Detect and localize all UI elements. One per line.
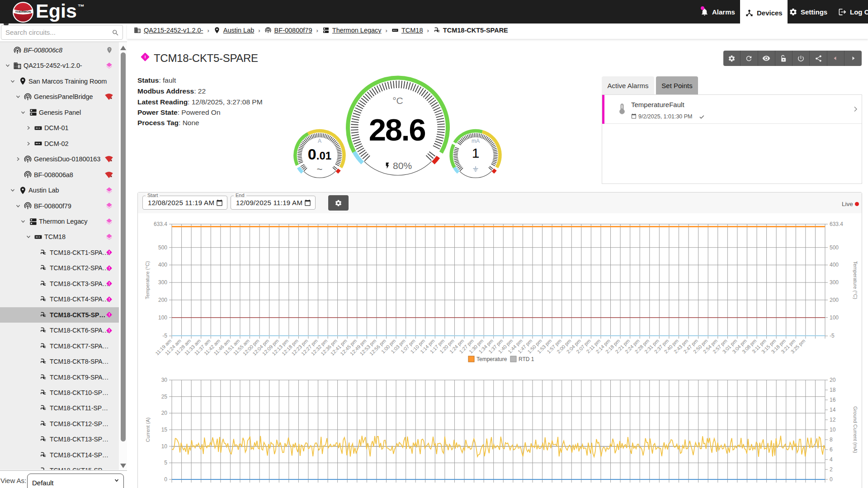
- svg-text:300: 300: [830, 279, 839, 286]
- svg-text:633.4: 633.4: [154, 221, 167, 227]
- svg-text:30: 30: [161, 377, 168, 383]
- svg-text:300: 300: [158, 279, 167, 286]
- svg-text:-5: -5: [162, 333, 167, 339]
- svg-text:633.4: 633.4: [830, 221, 843, 227]
- svg-text:2: 2: [830, 466, 833, 473]
- svg-text:25: 25: [161, 394, 168, 400]
- svg-text:8: 8: [830, 436, 833, 443]
- svg-text:Temperature (°C): Temperature (°C): [853, 261, 858, 299]
- svg-text:500: 500: [830, 244, 839, 251]
- svg-text:4: 4: [830, 456, 833, 463]
- svg-text:Temperature: Temperature: [476, 356, 507, 362]
- svg-text:Ground Current (mA): Ground Current (mA): [853, 406, 858, 453]
- svg-text:Current (A): Current (A): [145, 418, 151, 442]
- svg-text:400: 400: [830, 262, 839, 268]
- svg-text:0: 0: [830, 476, 833, 483]
- svg-text:12: 12: [830, 417, 836, 423]
- svg-text:10: 10: [161, 443, 168, 450]
- svg-text:20: 20: [161, 410, 168, 416]
- svg-text:15: 15: [161, 427, 168, 433]
- svg-text:500: 500: [158, 244, 167, 251]
- svg-text:100: 100: [830, 314, 839, 321]
- svg-text:-5: -5: [830, 333, 835, 339]
- svg-text:400: 400: [158, 262, 167, 268]
- svg-text:6: 6: [830, 446, 833, 453]
- svg-text:200: 200: [158, 297, 167, 303]
- svg-text:THERMON: THERMON: [15, 10, 32, 13]
- svg-text:10: 10: [830, 427, 836, 433]
- svg-text:?: ?: [108, 48, 110, 51]
- svg-text:18: 18: [830, 387, 836, 393]
- svg-text:5: 5: [164, 460, 167, 466]
- svg-text:100: 100: [158, 314, 167, 321]
- svg-text:16: 16: [830, 397, 836, 403]
- svg-text:14: 14: [830, 407, 836, 413]
- svg-text:RTD 1: RTD 1: [519, 356, 534, 362]
- svg-text:200: 200: [830, 297, 839, 303]
- svg-text:0: 0: [164, 476, 167, 483]
- svg-text:Temperature (°C): Temperature (°C): [145, 261, 150, 299]
- svg-text:20: 20: [830, 377, 836, 383]
